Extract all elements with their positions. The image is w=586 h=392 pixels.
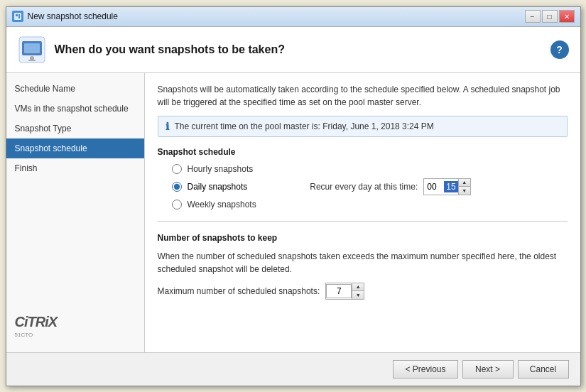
window-title: New snapshot schedule: [28, 11, 525, 21]
time-minutes-display: 15: [444, 181, 457, 192]
description-text: Snapshots will be automatically taken ac…: [158, 83, 568, 109]
time-hours-input[interactable]: [424, 180, 444, 193]
citrix-logo: CiTRiX: [15, 314, 58, 330]
sidebar: Schedule Name VMs in the snapshot schedu…: [6, 73, 145, 352]
snapshot-schedule-section-title: Snapshot schedule: [158, 147, 568, 157]
radio-hourly[interactable]: [172, 164, 182, 174]
main-window: New snapshot schedule − □ ✕ When do you …: [6, 6, 581, 386]
page-title: When do you want snapshots to be taken?: [55, 43, 542, 56]
radio-hourly-label: Hourly snapshots: [188, 164, 254, 174]
radio-item-hourly: Hourly snapshots: [158, 164, 568, 174]
current-time-text: The current time on the pool master is: …: [175, 121, 434, 131]
number-section-title: Number of snapshots to keep: [158, 233, 568, 243]
title-bar: New snapshot schedule − □ ✕: [6, 7, 580, 27]
radio-weekly-label: Weekly snapshots: [188, 200, 256, 209]
window-controls: − □ ✕: [525, 10, 575, 23]
max-down-button[interactable]: ▼: [352, 291, 364, 299]
sidebar-item-snapshot-type[interactable]: Snapshot Type: [6, 119, 144, 138]
max-value-input[interactable]: [326, 284, 352, 298]
sidebar-item-finish[interactable]: Finish: [6, 158, 144, 178]
svg-rect-1: [16, 14, 18, 16]
svg-rect-2: [18, 14, 20, 18]
content-area: Schedule Name VMs in the snapshot schedu…: [6, 73, 580, 352]
footer: < Previous Next > Cancel: [6, 352, 580, 386]
section-divider: [158, 221, 568, 222]
time-spinner: ▲ ▼: [458, 179, 470, 195]
cancel-button[interactable]: Cancel: [518, 360, 569, 379]
time-input-group: 15 ▲ ▼: [423, 178, 470, 195]
previous-button[interactable]: < Previous: [393, 360, 457, 379]
sidebar-item-vms[interactable]: VMs in the snapshot schedule: [6, 99, 144, 119]
info-icon: ℹ: [166, 121, 169, 132]
help-button[interactable]: ?: [550, 40, 569, 59]
minimize-button[interactable]: −: [525, 10, 541, 23]
current-time-banner: ℹ The current time on the pool master is…: [158, 116, 568, 137]
radio-weekly[interactable]: [172, 200, 182, 209]
daily-row: Daily snapshots Recur every day at this …: [158, 178, 568, 195]
maximize-button[interactable]: □: [542, 10, 558, 23]
recur-label: Recur every day at this time:: [310, 182, 418, 192]
citrix-tagline: 51CTO: [15, 332, 136, 338]
sidebar-item-schedule-name[interactable]: Schedule Name: [6, 79, 144, 99]
svg-rect-5: [24, 43, 40, 53]
svg-rect-7: [28, 60, 36, 61]
max-snapshots-row: Maximum number of scheduled snapshots: ▲…: [158, 283, 568, 300]
time-down-button[interactable]: ▼: [459, 187, 470, 195]
header: When do you want snapshots to be taken? …: [6, 27, 580, 73]
header-icon: [18, 36, 46, 64]
next-button[interactable]: Next >: [462, 360, 514, 379]
time-up-button[interactable]: ▲: [459, 179, 470, 187]
number-section-desc: When the number of scheduled snapshots t…: [158, 250, 568, 276]
schedule-block: Hourly snapshots Daily snapshots Recur e…: [158, 164, 568, 209]
radio-daily-label: Daily snapshots: [188, 182, 248, 192]
max-spinner: ▲ ▼: [352, 283, 364, 299]
max-up-button[interactable]: ▲: [352, 283, 364, 291]
radio-item-weekly: Weekly snapshots: [158, 200, 568, 209]
number-of-snapshots-section: Number of snapshots to keep When the num…: [158, 233, 568, 300]
max-input-group: ▲ ▼: [325, 283, 364, 300]
citrix-logo-area: CiTRiX 51CTO: [6, 305, 144, 347]
close-button[interactable]: ✕: [559, 10, 575, 23]
main-panel: Snapshots will be automatically taken ac…: [145, 73, 580, 352]
window-icon: [12, 11, 23, 22]
radio-daily[interactable]: [172, 182, 182, 192]
sidebar-item-snapshot-schedule[interactable]: Snapshot schedule: [6, 138, 144, 158]
max-label: Maximum number of scheduled snapshots:: [158, 286, 320, 296]
